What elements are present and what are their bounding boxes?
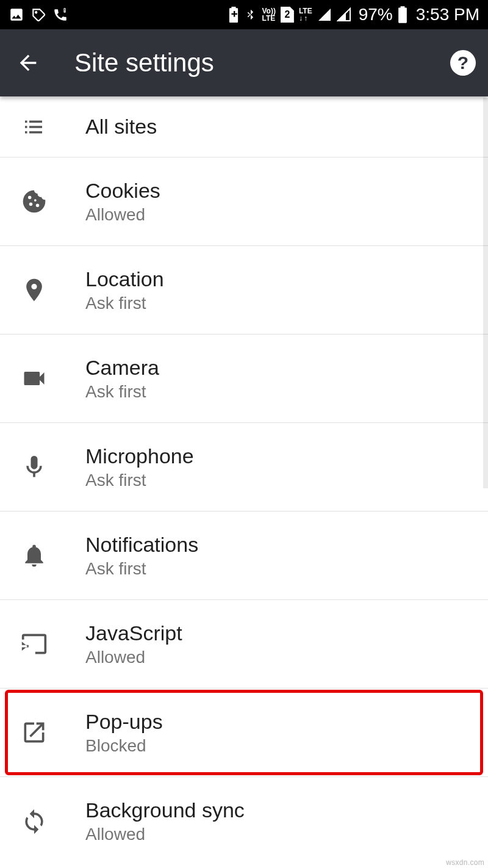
settings-list: All sites Cookies Allowed Location Ask f… (0, 96, 488, 866)
location-icon (21, 277, 48, 303)
app-bar: Site settings ? (0, 29, 488, 96)
lte-indicator: LTE ↓↑ (299, 7, 312, 22)
item-label: JavaScript (85, 621, 182, 645)
input-icon (21, 631, 48, 657)
item-camera[interactable]: Camera Ask first (0, 335, 488, 423)
svg-point-0 (35, 12, 37, 13)
popup-icon (21, 719, 48, 746)
back-button[interactable] (12, 47, 44, 79)
item-label: Notifications (85, 533, 198, 557)
item-label: Microphone (85, 444, 194, 468)
microphone-icon (21, 454, 48, 480)
signal-secondary-icon (337, 7, 351, 22)
item-sub: Blocked (85, 736, 163, 756)
item-sub: Ask first (85, 382, 159, 402)
camera-icon (21, 365, 48, 392)
item-label: Pop-ups (85, 710, 163, 734)
item-label: Location (85, 267, 164, 291)
item-label: Background sync (85, 798, 245, 822)
status-right: Vo)) LTE 2 LTE ↓↑ 97% 3:53 PM (228, 5, 479, 24)
item-label: Cookies (85, 179, 160, 203)
item-label: All sites (85, 115, 157, 139)
clock: 3:53 PM (416, 5, 479, 24)
svg-rect-2 (65, 9, 65, 10)
status-bar: Vo)) LTE 2 LTE ↓↑ 97% 3:53 PM (0, 0, 488, 29)
item-microphone[interactable]: Microphone Ask first (0, 423, 488, 512)
item-all-sites[interactable]: All sites (0, 96, 488, 157)
signal-icon (317, 7, 332, 22)
item-label: Camera (85, 356, 159, 380)
item-cookies[interactable]: Cookies Allowed (0, 157, 488, 246)
status-left (9, 7, 68, 23)
battery-saver-icon (228, 7, 240, 23)
help-icon: ? (458, 52, 468, 73)
item-sub: Ask first (85, 294, 164, 313)
item-popups[interactable]: Pop-ups Blocked (0, 689, 488, 777)
bell-icon (21, 542, 48, 569)
page-title: Site settings (74, 48, 450, 78)
item-sub: Ask first (85, 471, 194, 490)
item-sub: Allowed (85, 648, 182, 667)
item-location[interactable]: Location Ask first (0, 246, 488, 335)
battery-icon (398, 6, 407, 23)
arrow-left-icon (16, 51, 40, 75)
scrollbar[interactable] (483, 98, 488, 488)
item-sub: Allowed (85, 205, 160, 225)
phone-alert-icon (52, 7, 68, 23)
help-button[interactable]: ? (450, 50, 476, 76)
sync-icon (21, 808, 48, 835)
item-background-sync[interactable]: Background sync Allowed (0, 777, 488, 866)
watermark: wsxdn.com (446, 858, 484, 867)
item-sub: Allowed (85, 825, 245, 844)
item-notifications[interactable]: Notifications Ask first (0, 512, 488, 600)
list-icon (21, 114, 46, 140)
bluetooth-icon (245, 7, 257, 23)
lte2-bottom: ↓↑ (299, 15, 312, 22)
cookie-icon (21, 188, 48, 215)
volte-indicator: Vo)) LTE (262, 7, 275, 22)
battery-percent: 97% (359, 5, 393, 24)
sim-icon: 2 (281, 7, 294, 23)
image-icon (9, 7, 24, 23)
item-sub: Ask first (85, 559, 198, 579)
item-javascript[interactable]: JavaScript Allowed (0, 600, 488, 689)
tag-icon (30, 7, 46, 23)
volte-bottom: LTE (262, 15, 275, 22)
svg-rect-3 (65, 12, 65, 12)
